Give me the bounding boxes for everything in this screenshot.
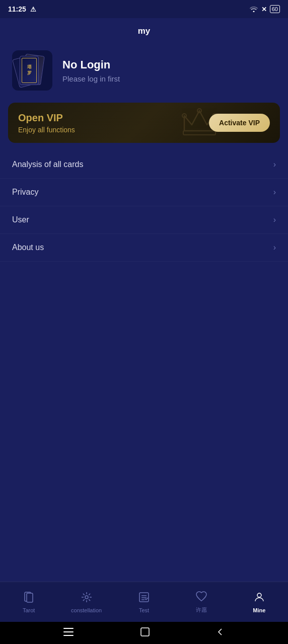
nav-item-mine[interactable]: Mine	[231, 582, 288, 622]
chevron-right-analysis: ›	[273, 160, 276, 169]
svg-line-12	[89, 599, 90, 601]
vip-title: Open VIP	[18, 112, 75, 124]
profile-info: No Login Please log in first	[62, 58, 276, 83]
card-chinese-2: 罗	[27, 70, 32, 76]
tarot-card-front: 塔 罗	[20, 56, 39, 85]
constellation-nav-icon	[81, 591, 93, 605]
menu-item-about[interactable]: About us ›	[0, 234, 288, 262]
menu-item-label-privacy: Privacy	[12, 188, 38, 197]
profile-name: No Login	[62, 58, 276, 71]
menu-item-label-analysis: Analysis of all cards	[12, 160, 83, 169]
status-right: ✕ 60	[249, 5, 280, 14]
constellation-nav-label: constellation	[71, 607, 102, 613]
svg-line-13	[89, 593, 90, 595]
svg-point-6	[85, 596, 88, 599]
wish-nav-icon	[195, 590, 207, 604]
avatar[interactable]: 塔 罗	[12, 50, 52, 91]
menu-item-label-about: About us	[12, 243, 44, 252]
mine-nav-icon	[253, 591, 265, 605]
svg-rect-22	[63, 635, 74, 636]
nav-item-constellation[interactable]: constellation	[57, 582, 115, 622]
system-menu-button[interactable]	[63, 628, 74, 638]
tarot-nav-icon	[23, 591, 35, 605]
tarot-card-stack: 塔 罗	[15, 53, 50, 88]
page-title: my	[0, 18, 288, 42]
warning-icon: ⚠	[29, 5, 37, 13]
status-left: 11:25 ⚠	[8, 5, 37, 13]
test-nav-icon	[138, 591, 150, 605]
menu-item-user[interactable]: User ›	[0, 206, 288, 234]
svg-rect-23	[141, 628, 149, 636]
nav-item-tarot[interactable]: Tarot	[0, 582, 57, 622]
vip-text-section: Open VIP Enjoy all functions	[18, 112, 75, 134]
svg-point-19	[257, 593, 261, 597]
activate-vip-button[interactable]: Activate VIP	[209, 114, 270, 132]
battery-icon: 60	[270, 5, 280, 13]
wifi-icon	[249, 5, 258, 14]
system-back-button[interactable]	[217, 627, 225, 639]
mine-nav-label: Mine	[253, 607, 265, 613]
nav-item-wish[interactable]: 许愿	[173, 582, 230, 622]
menu-item-label-user: User	[12, 215, 29, 224]
nav-item-test[interactable]: Test	[115, 582, 173, 622]
wish-nav-label: 许愿	[196, 606, 207, 614]
status-bar: 11:25 ⚠ ✕ 60	[0, 0, 288, 18]
bottom-nav: Tarot constellation	[0, 582, 288, 622]
vip-banner[interactable]: Open VIP Enjoy all functions Activate VI…	[8, 103, 280, 143]
svg-rect-15	[139, 593, 149, 602]
svg-rect-20	[63, 628, 74, 629]
chevron-right-privacy: ›	[273, 188, 276, 197]
x-icon: ✕	[261, 6, 267, 13]
tarot-nav-label: Tarot	[23, 607, 35, 613]
svg-line-11	[83, 593, 85, 595]
card-chinese-1: 塔	[27, 64, 32, 70]
system-home-button[interactable]	[140, 627, 150, 639]
chevron-right-user: ›	[273, 215, 276, 224]
system-navbar	[0, 622, 288, 644]
vip-subtitle: Enjoy all functions	[18, 126, 75, 134]
chevron-right-about: ›	[273, 243, 276, 252]
test-nav-label: Test	[139, 607, 149, 613]
profile-subtitle: Please log in first	[62, 74, 276, 83]
main-content: my 塔 罗 No Login Please log in first	[0, 18, 288, 582]
menu-item-privacy[interactable]: Privacy ›	[0, 179, 288, 206]
menu-list: Analysis of all cards › Privacy › User ›…	[0, 147, 288, 582]
profile-section: 塔 罗 No Login Please log in first	[0, 42, 288, 101]
svg-line-14	[83, 599, 85, 601]
svg-rect-5	[27, 593, 33, 602]
svg-rect-21	[63, 631, 74, 632]
menu-item-analysis[interactable]: Analysis of all cards ›	[0, 151, 288, 179]
time-display: 11:25	[8, 5, 26, 13]
